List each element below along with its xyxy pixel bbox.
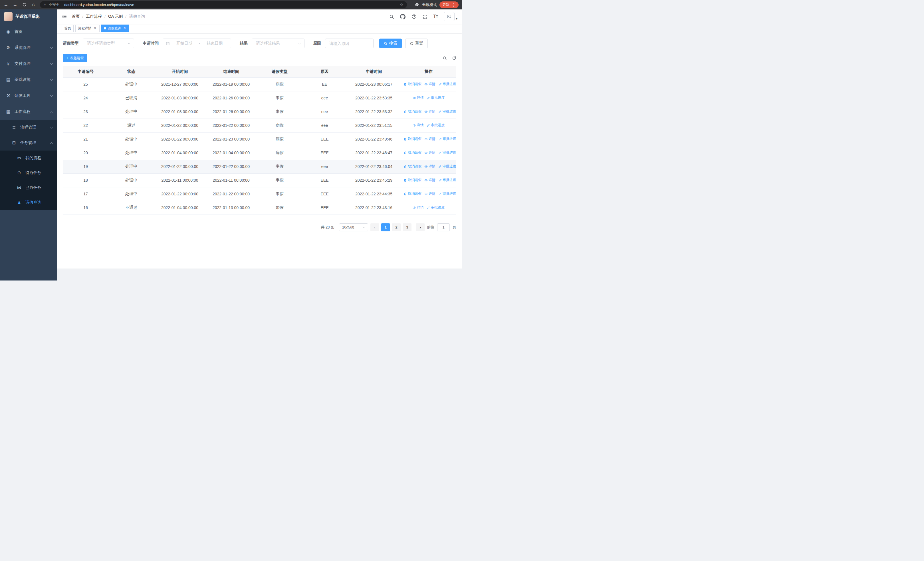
detail-link[interactable]: 详情: [412, 205, 424, 210]
eye-icon: [412, 124, 416, 127]
close-icon[interactable]: ×: [93, 27, 97, 30]
help-icon[interactable]: [411, 14, 417, 19]
approval-progress-link[interactable]: 审批进度: [427, 205, 445, 210]
browser-home-button[interactable]: ⌂: [31, 0, 36, 9]
detail-link[interactable]: 详情: [424, 177, 435, 182]
close-icon[interactable]: ×: [123, 26, 127, 30]
reset-button[interactable]: 重置: [405, 39, 428, 48]
user-avatar[interactable]: ▾: [444, 12, 458, 21]
sidebar-item-leave-query[interactable]: ♟请假查询: [0, 195, 57, 210]
cancel-leave-link[interactable]: 取消请假: [404, 137, 422, 141]
reason-input[interactable]: [325, 39, 374, 48]
refresh-table-icon[interactable]: [452, 56, 456, 60]
approval-progress-link[interactable]: 审批进度: [438, 137, 456, 141]
approval-progress-link[interactable]: 审批进度: [438, 164, 456, 169]
approval-progress-link[interactable]: 审批进度: [438, 82, 456, 87]
column-header: 申请编号: [63, 66, 108, 77]
github-icon[interactable]: [400, 14, 405, 20]
breadcrumb-item[interactable]: OA 示例: [108, 14, 123, 19]
list-icon: ≣: [11, 125, 16, 130]
detail-link[interactable]: 详情: [424, 191, 435, 196]
breadcrumb-item[interactable]: 首页: [72, 14, 80, 19]
trash-icon: [404, 137, 407, 141]
approval-progress-link[interactable]: 审批进度: [438, 109, 456, 114]
search-icon[interactable]: [389, 14, 394, 19]
sidebar-item-infrastructure[interactable]: ▤基础设施: [0, 72, 57, 88]
sidebar-item-system[interactable]: ⚙系统管理: [0, 40, 57, 56]
approval-progress-link[interactable]: 审批进度: [438, 150, 456, 155]
approval-progress-link[interactable]: 审批进度: [427, 123, 445, 128]
address-bar[interactable]: ⚠ 不安全 dashboard.yudao.iocoder.cn/bpm/oa/…: [40, 1, 407, 8]
goto-page-input[interactable]: [437, 223, 450, 232]
page-button-2[interactable]: 2: [392, 223, 400, 232]
tab-item-2[interactable]: 请假查询×: [101, 24, 129, 32]
prev-page-button[interactable]: ‹: [370, 223, 379, 232]
cancel-leave-link[interactable]: 取消请假: [404, 150, 422, 155]
sidebar-item-devtools[interactable]: ⚒研发工具: [0, 88, 57, 104]
next-page-button[interactable]: ›: [416, 223, 424, 232]
tab-item-0[interactable]: 首页: [62, 25, 74, 32]
leave-type-label: 请假类型: [63, 41, 79, 46]
font-size-icon[interactable]: TT: [434, 14, 438, 19]
result-select[interactable]: 请选择流结果: [252, 39, 304, 48]
bookmark-star-icon[interactable]: ☆: [400, 2, 404, 8]
search-button[interactable]: 搜索: [379, 39, 402, 48]
create-leave-button[interactable]: + 发起请假: [63, 54, 87, 62]
detail-link[interactable]: 详情: [424, 82, 435, 87]
page-button-3[interactable]: 3: [403, 223, 411, 232]
browser-update-button[interactable]: 更新 ⋮: [440, 2, 459, 8]
sidebar-item-label: 支付管理: [15, 61, 51, 66]
sidebar-item-todo-tasks[interactable]: ⊙待办任务: [0, 165, 57, 180]
table-row: 16不通过2022-01-04 00:00:002022-01-13 00:00…: [63, 201, 456, 215]
breadcrumb-item[interactable]: 工作流程: [86, 14, 102, 19]
apply-time-range-picker[interactable]: 开始日期 - 结束日期: [163, 39, 231, 48]
page-button-1[interactable]: 1: [381, 223, 390, 232]
cell-end-time: 2022-01-23 00:00:00: [206, 132, 257, 146]
sidebar-item-workflow[interactable]: ▦工作流程: [0, 104, 57, 120]
detail-link[interactable]: 详情: [412, 123, 424, 128]
cancel-leave-link[interactable]: 取消请假: [404, 82, 422, 87]
app-logo[interactable]: 芋道管理系统: [0, 9, 57, 24]
omnibox-divider: [62, 3, 62, 7]
sidebar-item-done-tasks[interactable]: ⋈已办任务: [0, 180, 57, 195]
cell-reason: eee: [303, 160, 347, 173]
cancel-leave-link[interactable]: 取消请假: [404, 191, 422, 196]
sidebar-toggle-button[interactable]: [62, 14, 67, 19]
sidebar-item-home[interactable]: ◉首页: [0, 24, 57, 40]
page-size-select[interactable]: 10条/页: [339, 223, 368, 232]
detail-link[interactable]: 详情: [412, 95, 424, 100]
toggle-search-icon[interactable]: [442, 56, 447, 60]
sidebar-item-label: 工作流程: [15, 109, 51, 114]
trash-icon: [404, 110, 407, 113]
tab-item-1[interactable]: 流程详情×: [75, 25, 100, 32]
approval-progress-link[interactable]: 审批进度: [427, 95, 445, 100]
main-area: 首页/工作流程/OA 示例/请假查询 TT ▾ 首页流程详情×请假查询×: [57, 9, 462, 281]
detail-link[interactable]: 详情: [424, 150, 435, 155]
yen-icon: ¥: [6, 62, 11, 66]
sidebar-item-process-mgmt[interactable]: ≣流程管理: [0, 120, 57, 135]
apply-time-label: 申请时间: [142, 41, 159, 46]
detail-link[interactable]: 详情: [424, 164, 435, 169]
cell-apply-time: 2022-01-23 00:06:17: [347, 77, 401, 91]
tab-label: 请假查询: [108, 26, 121, 31]
sidebar-item-payment[interactable]: ¥支付管理: [0, 56, 57, 72]
cancel-leave-link[interactable]: 取消请假: [404, 164, 422, 169]
cell-id: 21: [63, 132, 108, 146]
reset-button-label: 重置: [415, 41, 423, 46]
cell-start-time: 2022-01-22 00:00:00: [154, 160, 206, 173]
detail-link[interactable]: 详情: [424, 109, 435, 114]
approval-progress-link[interactable]: 审批进度: [438, 191, 456, 196]
cancel-leave-link[interactable]: 取消请假: [404, 177, 422, 182]
approval-progress-link[interactable]: 审批进度: [438, 177, 456, 182]
leave-type-select[interactable]: 请选择请假类型: [83, 39, 134, 48]
cancel-leave-link[interactable]: 取消请假: [404, 109, 422, 114]
detail-link[interactable]: 详情: [424, 137, 435, 141]
browser-back-button[interactable]: ←: [3, 0, 9, 9]
sidebar-item-task-mgmt[interactable]: ⊞任务管理: [0, 135, 57, 150]
browser-menu-icon[interactable]: ⋮: [452, 3, 456, 7]
sidebar-item-my-process[interactable]: ✉我的流程: [0, 150, 57, 165]
browser-refresh-button[interactable]: [22, 3, 27, 7]
pen-icon: [427, 96, 430, 100]
browser-forward-button[interactable]: →: [12, 0, 18, 9]
fullscreen-icon[interactable]: [423, 14, 428, 19]
